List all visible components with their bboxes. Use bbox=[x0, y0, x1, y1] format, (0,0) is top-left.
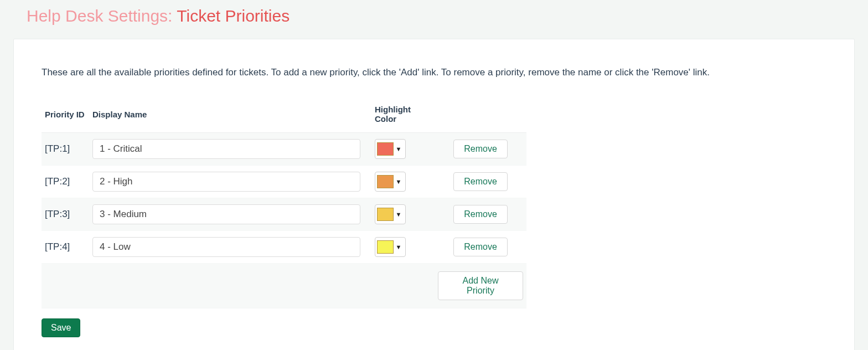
display-name-input[interactable] bbox=[92, 139, 360, 159]
remove-button[interactable]: Remove bbox=[453, 172, 508, 191]
color-swatch bbox=[377, 208, 394, 221]
column-header-priority-id: Priority ID bbox=[42, 100, 89, 133]
display-name-input[interactable] bbox=[92, 172, 360, 192]
chevron-down-icon: ▼ bbox=[394, 146, 404, 152]
table-footer-row: Add New Priority bbox=[42, 264, 526, 308]
title-prefix: Help Desk Settings: bbox=[27, 7, 172, 25]
column-header-actions bbox=[435, 100, 526, 133]
table-row: [TP:1] ▼ Remove bbox=[42, 133, 526, 166]
highlight-color-picker[interactable]: ▼ bbox=[375, 139, 406, 159]
highlight-color-picker[interactable]: ▼ bbox=[375, 172, 406, 192]
title-main: Ticket Priorities bbox=[177, 7, 290, 25]
priorities-table: Priority ID Display Name Highlight Color… bbox=[42, 100, 526, 308]
priority-id-label: [TP:1] bbox=[45, 143, 70, 154]
remove-button[interactable]: Remove bbox=[453, 238, 508, 256]
table-row: [TP:4] ▼ Remove bbox=[42, 231, 526, 264]
color-swatch bbox=[377, 240, 394, 254]
page-title: Help Desk Settings: Ticket Priorities bbox=[13, 0, 855, 39]
color-swatch bbox=[377, 175, 394, 188]
save-button[interactable]: Save bbox=[42, 318, 80, 337]
color-swatch bbox=[377, 142, 394, 156]
priority-id-label: [TP:3] bbox=[45, 209, 70, 219]
description-text: These are all the available priorities d… bbox=[42, 67, 826, 78]
table-row: [TP:3] ▼ Remove bbox=[42, 198, 526, 231]
column-header-display-name: Display Name bbox=[89, 100, 371, 133]
settings-panel: These are all the available priorities d… bbox=[13, 39, 855, 350]
display-name-input[interactable] bbox=[92, 237, 360, 257]
highlight-color-picker[interactable]: ▼ bbox=[375, 204, 406, 224]
add-new-priority-button[interactable]: Add New Priority bbox=[438, 271, 523, 300]
priority-id-label: [TP:4] bbox=[45, 241, 70, 252]
chevron-down-icon: ▼ bbox=[394, 178, 404, 185]
remove-button[interactable]: Remove bbox=[453, 205, 508, 224]
priority-id-label: [TP:2] bbox=[45, 176, 70, 187]
table-row: [TP:2] ▼ Remove bbox=[42, 166, 526, 198]
chevron-down-icon: ▼ bbox=[394, 211, 404, 218]
remove-button[interactable]: Remove bbox=[453, 140, 508, 158]
highlight-color-picker[interactable]: ▼ bbox=[375, 237, 406, 257]
display-name-input[interactable] bbox=[92, 204, 360, 224]
chevron-down-icon: ▼ bbox=[394, 244, 404, 250]
column-header-highlight-color: Highlight Color bbox=[371, 100, 435, 133]
